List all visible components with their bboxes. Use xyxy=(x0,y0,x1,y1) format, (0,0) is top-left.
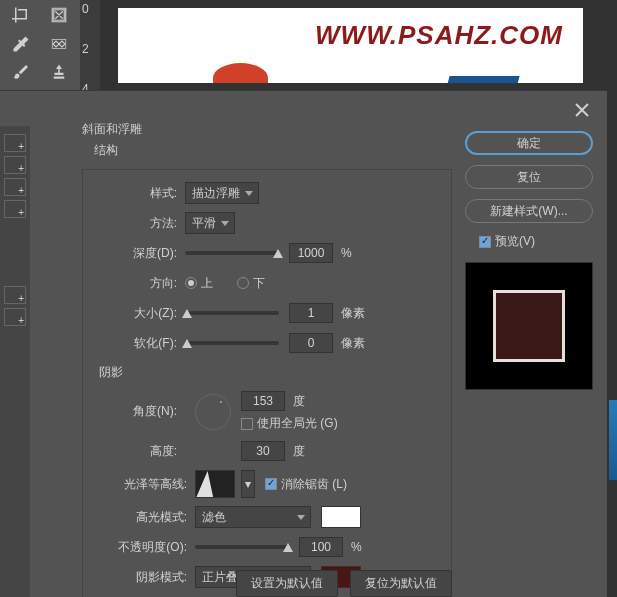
scrollbar[interactable] xyxy=(609,400,617,480)
highlight-opacity-label: 不透明度(O): xyxy=(99,539,187,556)
angle-input[interactable] xyxy=(241,391,285,411)
depth-label: 深度(D): xyxy=(99,245,177,262)
crop-tool-icon[interactable] xyxy=(3,3,39,27)
direction-label: 方向: xyxy=(99,275,177,292)
soften-slider[interactable] xyxy=(185,341,279,345)
brush-tool-icon[interactable] xyxy=(3,60,39,84)
panel-expand-icon[interactable] xyxy=(4,156,26,174)
cancel-button[interactable]: 复位 xyxy=(465,165,593,189)
watermark-text: WWW.PSAHZ.COM xyxy=(315,20,563,51)
depth-slider[interactable] xyxy=(185,251,279,255)
chevron-down-icon[interactable]: ▾ xyxy=(241,470,255,498)
stamp-tool-icon[interactable] xyxy=(41,60,77,84)
highlight-opacity-slider[interactable] xyxy=(195,545,289,549)
antialias-checkbox[interactable] xyxy=(265,478,277,490)
direction-down-radio[interactable] xyxy=(237,277,249,289)
panel-expand-icon[interactable] xyxy=(4,200,26,218)
vertical-ruler: 0 2 4 xyxy=(80,0,100,90)
preview-thumbnail xyxy=(465,262,593,390)
eyedropper-tool-icon[interactable] xyxy=(3,32,39,56)
structure-title: 结构 xyxy=(94,142,452,159)
new-style-button[interactable]: 新建样式(W)... xyxy=(465,199,593,223)
depth-input[interactable] xyxy=(289,243,333,263)
panel-expand-icon[interactable] xyxy=(4,178,26,196)
highlight-mode-select[interactable]: 滤色 xyxy=(195,506,311,528)
tool-palette xyxy=(0,0,80,90)
bevel-emboss-title: 斜面和浮雕 xyxy=(82,121,452,138)
make-default-button[interactable]: 设置为默认值 xyxy=(236,570,338,597)
gloss-contour-label: 光泽等高线: xyxy=(99,476,187,493)
document-canvas: WWW.PSAHZ.COM xyxy=(118,8,583,83)
shadow-mode-label: 阴影模式: xyxy=(99,569,187,586)
preview-checkbox[interactable] xyxy=(479,236,491,248)
global-light-checkbox[interactable] xyxy=(241,418,253,430)
direction-up-radio[interactable] xyxy=(185,277,197,289)
soften-label: 软化(F): xyxy=(99,335,177,352)
highlight-color-swatch[interactable] xyxy=(321,506,361,528)
structure-group: 样式: 描边浮雕 方法: 平滑 深度(D): % 方向: 上 下 大小(Z): xyxy=(82,169,452,597)
close-button[interactable] xyxy=(575,103,589,120)
frame-tool-icon[interactable] xyxy=(41,3,77,27)
red-shape xyxy=(213,63,268,83)
highlight-opacity-input[interactable] xyxy=(299,537,343,557)
panel-expand-icon[interactable] xyxy=(4,308,26,326)
highlight-mode-label: 高光模式: xyxy=(99,509,187,526)
panel-expand-icon[interactable] xyxy=(4,286,26,304)
style-label: 样式: xyxy=(99,185,177,202)
layer-style-dialog: 斜面和浮雕 结构 样式: 描边浮雕 方法: 平滑 深度(D): % 方向: 上 … xyxy=(0,90,607,597)
soften-input[interactable] xyxy=(289,333,333,353)
blue-shape xyxy=(446,76,519,83)
size-input[interactable] xyxy=(289,303,333,323)
technique-label: 方法: xyxy=(99,215,177,232)
angle-label: 角度(N): xyxy=(99,403,177,420)
reset-default-button[interactable]: 复位为默认值 xyxy=(350,570,452,597)
angle-dial[interactable] xyxy=(195,394,231,430)
size-slider[interactable] xyxy=(185,311,279,315)
side-panel xyxy=(0,126,30,597)
ok-button[interactable]: 确定 xyxy=(465,131,593,155)
healing-tool-icon[interactable] xyxy=(41,32,77,56)
technique-select[interactable]: 平滑 xyxy=(185,212,235,234)
style-select[interactable]: 描边浮雕 xyxy=(185,182,259,204)
size-label: 大小(Z): xyxy=(99,305,177,322)
dialog-content: 斜面和浮雕 结构 样式: 描边浮雕 方法: 平滑 深度(D): % 方向: 上 … xyxy=(82,121,452,597)
gloss-contour-picker[interactable] xyxy=(195,470,235,498)
panel-expand-icon[interactable] xyxy=(4,134,26,152)
shading-title: 阴影 xyxy=(99,364,435,381)
dialog-right-panel: 确定 复位 新建样式(W)... 预览(V) xyxy=(465,131,595,390)
altitude-label: 高度: xyxy=(99,443,177,460)
altitude-input[interactable] xyxy=(241,441,285,461)
